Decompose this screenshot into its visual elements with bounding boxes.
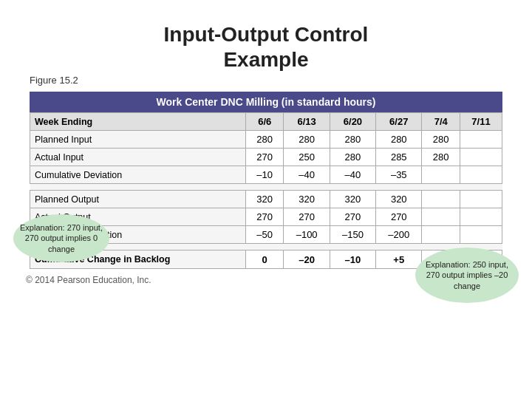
planned-input-v6 [460, 131, 502, 149]
actual-input-v3: 280 [330, 149, 375, 166]
planned-output-v6 [460, 191, 502, 208]
planned-output-label: Planned Output [30, 191, 246, 208]
table-header: Work Center DNC Milling (in standard hou… [30, 92, 502, 112]
title-line1: Input-Output Control [164, 23, 369, 46]
actual-output-v1: 270 [245, 208, 284, 226]
gap-row [30, 184, 502, 191]
col-header-label: Week Ending [30, 113, 246, 131]
backlog-v4: +5 [376, 250, 422, 269]
cum-dev-input-v6 [460, 166, 502, 184]
bubble-left-text: Explanation: 270 input, 270 output impli… [19, 222, 103, 254]
planned-input-v3: 280 [330, 131, 375, 149]
backlog-v2: –20 [284, 250, 330, 269]
actual-output-v5 [422, 208, 460, 226]
planned-input-label: Planned Input [30, 131, 246, 149]
cum-dev-input-row: Cumulative Deviation –10 –40 –40 –35 [30, 166, 502, 184]
explanation-bubble-left: Explanation: 270 input, 270 output impli… [13, 214, 109, 262]
planned-output-v3: 320 [330, 191, 375, 208]
cum-dev-output-v5 [422, 226, 460, 244]
col-header-1: 6/6 [245, 113, 284, 131]
actual-output-v3: 270 [330, 208, 375, 226]
planned-input-row: Planned Input 280 280 280 280 280 [30, 131, 502, 149]
actual-input-row: Actual Input 270 250 280 285 280 [30, 149, 502, 166]
actual-output-v4: 270 [376, 208, 422, 226]
actual-input-label: Actual Input [30, 149, 246, 166]
planned-input-v1: 280 [245, 131, 284, 149]
col-header-2: 6/13 [284, 113, 330, 131]
cum-dev-input-label: Cumulative Deviation [30, 166, 246, 184]
actual-input-v2: 250 [284, 149, 330, 166]
planned-input-v2: 280 [284, 131, 330, 149]
cum-dev-input-v2: –40 [284, 166, 330, 184]
planned-input-v5: 280 [422, 131, 460, 149]
column-header-row: Week Ending 6/6 6/13 6/20 6/27 7/4 7/11 [30, 113, 502, 131]
planned-output-row: Planned Output 320 320 320 320 [30, 191, 502, 208]
cum-dev-input-v3: –40 [330, 166, 375, 184]
planned-output-v2: 320 [284, 191, 330, 208]
title-line2: Example [223, 48, 308, 71]
cum-dev-output-v3: –150 [330, 226, 375, 244]
actual-input-v1: 270 [245, 149, 284, 166]
bubble-right-text: Explanation: 250 input, 270 output impli… [421, 259, 513, 291]
cum-dev-input-v1: –10 [245, 166, 284, 184]
planned-input-v4: 280 [376, 131, 422, 149]
main-title: Input-Output Control Example [22, 22, 510, 72]
col-header-6: 7/11 [460, 113, 502, 131]
cum-dev-output-v6 [460, 226, 502, 244]
explanation-bubble-right: Explanation: 250 input, 270 output impli… [415, 248, 519, 303]
figure-label: Figure 15.2 [30, 75, 510, 86]
backlog-v3: –10 [330, 250, 375, 269]
planned-output-v5 [422, 191, 460, 208]
page: Input-Output Control Example Figure 15.2… [0, 0, 532, 399]
planned-output-v4: 320 [376, 191, 422, 208]
backlog-v1: 0 [245, 250, 284, 269]
col-header-4: 6/27 [376, 113, 422, 131]
cum-dev-input-v5 [422, 166, 460, 184]
actual-output-v2: 270 [284, 208, 330, 226]
copyright: © 2014 Pearson Education, Inc. [26, 275, 151, 285]
actual-input-v6 [460, 149, 502, 166]
cum-dev-output-v2: –100 [284, 226, 330, 244]
col-header-3: 6/20 [330, 113, 375, 131]
actual-input-v4: 285 [376, 149, 422, 166]
cum-dev-output-v4: –200 [376, 226, 422, 244]
planned-output-v1: 320 [245, 191, 284, 208]
actual-output-v6 [460, 208, 502, 226]
col-header-5: 7/4 [422, 113, 460, 131]
cum-dev-input-v4: –35 [376, 166, 422, 184]
cum-dev-output-v1: –50 [245, 226, 284, 244]
actual-input-v5: 280 [422, 149, 460, 166]
